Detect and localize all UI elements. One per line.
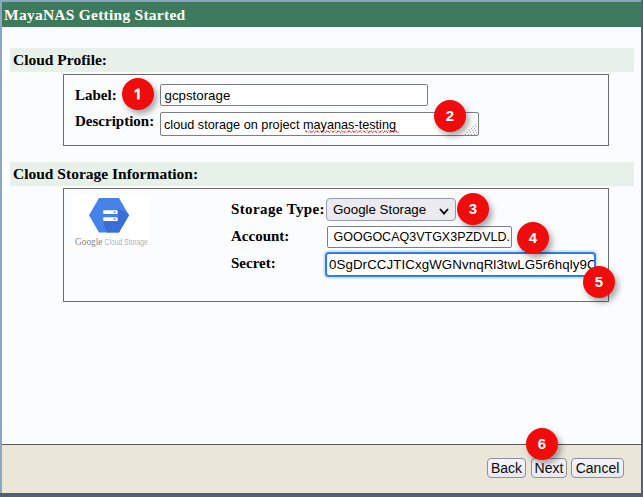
svg-text:Google: Google [75, 235, 103, 247]
svg-text:Cloud Storage: Cloud Storage [105, 236, 148, 247]
